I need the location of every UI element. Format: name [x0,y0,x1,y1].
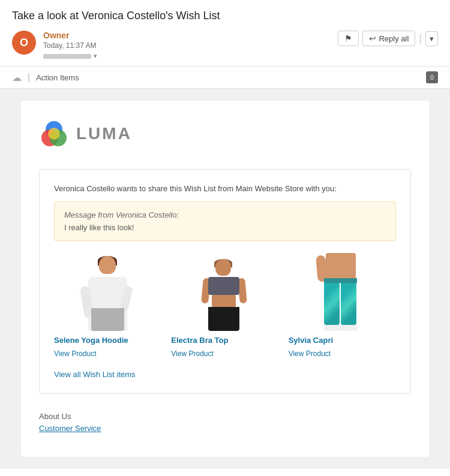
email-footer-section: About Us Customer Service [39,412,411,433]
chevron-down-icon: ▾ [430,34,434,43]
product-image-1 [54,253,161,331]
action-items-label: Action Items [36,73,79,82]
sender-to: ▾ [43,52,97,60]
hoodie-head [99,256,116,274]
action-items-count: 0 [426,71,438,83]
capri-torso [326,253,356,280]
actions-dropdown-button[interactable]: ▾ [425,31,438,46]
sender-time: Today, 11:37 AM [43,41,97,50]
capri-figure [317,253,368,331]
bra-head [215,259,231,276]
message-text: I really like this look! [64,223,386,232]
bra-pants [208,307,239,331]
capri-leg-right [341,283,356,325]
bra-figure [202,259,247,331]
luma-header: LUMA [39,119,411,155]
product-name-2: Electra Bra Top [171,336,228,346]
action-items-bar: ☁ | Action Items 0 [0,67,450,89]
bra-belly [212,295,236,307]
message-box: Message from Veronica Costello: I really… [54,201,396,241]
capri-leg-left [324,283,340,325]
footer-about: About Us [39,412,411,421]
wishlist-intro: Veronica Costello wants to share this Wi… [54,184,396,193]
cloud-icon: ☁ [12,72,22,83]
product-image-3 [289,253,396,331]
bra-arm-right [238,278,248,304]
capri-shoe-left [324,325,341,331]
sender-to-bar [43,54,91,59]
avatar: O [12,31,36,55]
products-row: Selene Yoga Hoodie View Product [54,253,396,358]
email-body: LUMA Veronica Costello wants to share th… [0,89,450,469]
sender-info: Owner Today, 11:37 AM ▾ [43,31,97,60]
svg-point-3 [48,128,60,140]
sender-name[interactable]: Owner [43,31,97,40]
sender-left: O Owner Today, 11:37 AM ▾ [12,31,97,60]
reply-all-label: Reply all [379,34,409,43]
product-image-2 [171,253,278,331]
message-from-label: Message from Veronica Costello: [64,210,386,219]
email-subject: Take a look at Veronica Costello's Wish … [12,10,438,22]
luma-logo-svg [39,119,69,149]
hoodie-pants [91,308,124,331]
sender-to-expand[interactable]: ▾ [94,52,97,60]
capri-waistband [324,278,357,283]
action-divider: | [419,32,422,45]
product-link-3[interactable]: View Product [289,350,331,358]
product-name-1: Selene Yoga Hoodie [54,336,128,346]
reply-all-button[interactable]: ↩ Reply all [362,31,415,46]
flag-icon: ⚑ [344,34,352,43]
email-header: Take a look at Veronica Costello's Wish … [0,0,450,67]
product-link-2[interactable]: View Product [171,350,213,358]
reply-icon: ↩ [369,34,376,43]
email-content-card: LUMA Veronica Costello wants to share th… [21,101,429,457]
capri-shoe-right [340,325,358,331]
email-actions: ⚑ ↩ Reply all | ▾ [338,31,438,46]
view-all-wishlist-link[interactable]: View all Wish List items [54,370,396,379]
product-name-3: Sylvia Capri [289,336,333,346]
flag-button[interactable]: ⚑ [338,31,359,46]
footer-customer-service[interactable]: Customer Service [39,424,101,433]
luma-brand-name: LUMA [76,124,132,143]
action-count-value: 0 [430,74,434,81]
action-items-left: ☁ | Action Items [12,72,79,83]
hoodie-figure [82,256,133,331]
sender-row: O Owner Today, 11:37 AM ▾ ⚑ ↩ Reply all … [12,31,438,60]
product-item-2: Electra Bra Top View Product [171,253,278,358]
bra-top [208,277,239,295]
product-link-1[interactable]: View Product [54,350,96,358]
product-item-1: Selene Yoga Hoodie View Product [54,253,161,358]
wishlist-box: Veronica Costello wants to share this Wi… [39,169,411,394]
bar-divider: | [28,72,30,83]
product-item-3: Sylvia Capri View Product [289,253,396,358]
